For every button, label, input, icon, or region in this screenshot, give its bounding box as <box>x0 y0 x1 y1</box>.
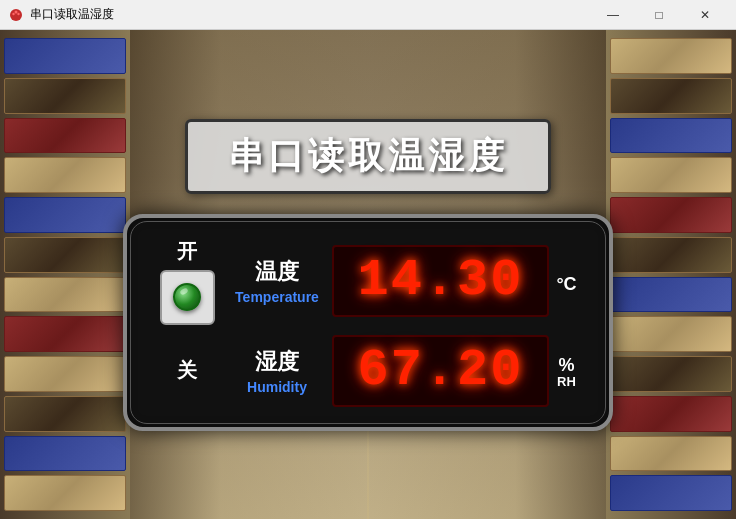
off-label: 关 <box>177 357 197 384</box>
temperature-value: 14.30 <box>357 255 523 307</box>
temperature-en-label: Temperature <box>235 289 319 305</box>
svg-point-1 <box>15 10 18 13</box>
raspberry-icon <box>8 7 24 23</box>
humidity-value: 67.20 <box>357 345 523 397</box>
window-title-text: 串口读取温湿度 <box>30 6 114 23</box>
humidity-en-label: Humidity <box>247 379 307 395</box>
main-content: 串口读取温湿度 开 温度 Temperature 14.30 <box>0 30 736 519</box>
humidity-cn-label: 湿度 <box>255 347 299 377</box>
window-titlebar: 串口读取温湿度 — □ ✕ <box>0 0 736 30</box>
temperature-display: 14.30 <box>332 245 549 317</box>
toggle-knob <box>173 283 201 311</box>
temperature-cn-label: 温度 <box>255 257 299 287</box>
temperature-unit: °C <box>549 270 584 293</box>
title-box: 串口读取温湿度 <box>185 119 551 194</box>
svg-point-2 <box>12 12 14 14</box>
left-controls-top: 开 <box>152 238 222 325</box>
temperature-unit-symbol: °C <box>556 275 576 293</box>
app-title: 串口读取温湿度 <box>228 135 508 176</box>
display-panel: 开 温度 Temperature 14.30 °C 关 <box>123 214 613 431</box>
minimize-button[interactable]: — <box>590 0 636 30</box>
humidity-unit: % RH <box>549 351 584 390</box>
humidity-unit-percent: % <box>558 356 574 374</box>
maximize-button[interactable]: □ <box>636 0 682 30</box>
svg-point-3 <box>17 12 19 14</box>
temperature-row: 开 温度 Temperature 14.30 °C <box>152 238 584 325</box>
humidity-display: 67.20 <box>332 335 549 407</box>
close-button[interactable]: ✕ <box>682 0 728 30</box>
on-label: 开 <box>177 238 197 265</box>
humidity-label-col: 湿度 Humidity <box>222 347 332 395</box>
window-controls: — □ ✕ <box>590 0 728 30</box>
temperature-label-col: 温度 Temperature <box>222 257 332 305</box>
humidity-unit-rh: RH <box>557 374 576 390</box>
humidity-row: 关 湿度 Humidity 67.20 % RH <box>152 335 584 407</box>
title-bar-left: 串口读取温湿度 <box>8 6 590 23</box>
toggle-switch[interactable] <box>160 270 215 325</box>
left-controls-bottom: 关 <box>152 357 222 384</box>
